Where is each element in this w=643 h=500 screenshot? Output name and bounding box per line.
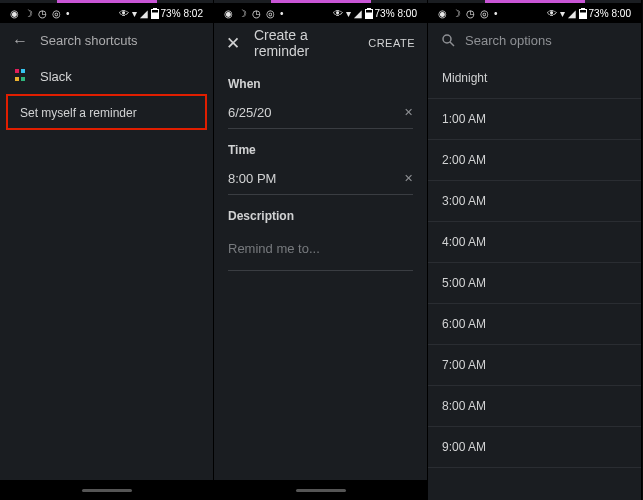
nav-bar [214,480,427,500]
screen-header: ✕ Create a reminder CREATE [214,23,427,63]
battery-icon [151,8,159,19]
signal-icon: ◢ [140,8,148,19]
svg-rect-2 [152,10,158,13]
clear-icon[interactable]: ✕ [404,172,413,185]
when-field[interactable]: 6/25/20 ✕ [228,105,413,129]
svg-rect-8 [580,10,586,13]
svg-point-9 [443,35,451,43]
time-option[interactable]: 4:00 AM [428,222,641,263]
svg-rect-4 [367,8,371,9]
battery-icon [365,8,373,19]
dot-icon: • [66,8,70,19]
battery-indicator: 73% [579,8,609,19]
battery-indicator: 73% [151,8,181,19]
search-input[interactable]: Search shortcuts [40,33,138,48]
create-button[interactable]: CREATE [368,37,415,49]
screen-shortcuts: ◉ ☽ ◷ ◎ • 👁 ▾ ◢ 73% 8:02 ← Search shortc… [0,0,214,500]
when-value: 6/25/20 [228,105,271,120]
shortcut-set-reminder[interactable]: Set myself a reminder [6,94,207,130]
time-option[interactable]: 6:00 AM [428,304,641,345]
time-value: 8:00 PM [228,171,276,186]
clear-icon[interactable]: ✕ [404,106,413,119]
circle-icon: ◎ [480,8,489,19]
screen-time-picker: ◉ ☽ ◷ ◎ • 👁 ▾ ◢ 73% 8:00 Search options … [428,0,642,500]
battery-pct: 73% [161,8,181,19]
clock-icon: ◷ [252,8,261,19]
status-bar: ◉ ☽ ◷ ◎ • 👁 ▾ ◢ 73% 8:00 [214,3,427,23]
moon-icon: ☽ [24,8,33,19]
description-input[interactable]: Remind me to... [228,237,413,271]
time-option[interactable]: 2:00 AM [428,140,641,181]
wifi-icon: ▾ [132,8,137,19]
search-bar[interactable]: Search options [428,23,641,58]
eye-icon: 👁 [547,8,557,19]
search-icon [442,34,455,47]
shortcut-label: Set myself a reminder [20,106,137,120]
battery-icon [579,8,587,19]
time-option[interactable]: 1:00 AM [428,99,641,140]
back-icon[interactable]: ← [12,32,28,50]
battery-pct: 73% [589,8,609,19]
app-header-slack: Slack [0,58,213,94]
time-option[interactable]: 8:00 AM [428,386,641,427]
dot-icon: • [280,8,284,19]
whatsapp-icon: ◉ [438,8,447,19]
reminder-form: When 6/25/20 ✕ Time 8:00 PM ✕ Descriptio… [214,63,427,271]
page-title: Create a reminder [254,27,354,59]
nav-pill[interactable] [82,489,132,492]
slack-label: Slack [40,69,72,84]
time-field[interactable]: 8:00 PM ✕ [228,171,413,195]
close-icon[interactable]: ✕ [226,33,240,54]
battery-indicator: 73% [365,8,395,19]
search-input[interactable]: Search options [465,33,552,48]
screen-create-reminder: ◉ ☽ ◷ ◎ • 👁 ▾ ◢ 73% 8:00 ✕ Create a remi… [214,0,428,500]
signal-icon: ◢ [568,8,576,19]
description-label: Description [228,209,413,223]
status-time: 8:00 [398,8,417,19]
wifi-icon: ▾ [560,8,565,19]
status-time: 8:00 [612,8,631,19]
status-bar: ◉ ☽ ◷ ◎ • 👁 ▾ ◢ 73% 8:00 [428,3,641,23]
battery-pct: 73% [375,8,395,19]
circle-icon: ◎ [52,8,61,19]
whatsapp-icon: ◉ [10,8,19,19]
svg-rect-7 [581,8,585,9]
time-option[interactable]: 3:00 AM [428,181,641,222]
status-time: 8:02 [184,8,203,19]
eye-icon: 👁 [333,8,343,19]
time-option[interactable]: 5:00 AM [428,263,641,304]
signal-icon: ◢ [354,8,362,19]
circle-icon: ◎ [266,8,275,19]
eye-icon: 👁 [119,8,129,19]
moon-icon: ☽ [452,8,461,19]
svg-line-10 [450,42,454,46]
time-option[interactable]: Midnight [428,58,641,99]
clock-icon: ◷ [38,8,47,19]
time-option[interactable]: 9:00 AM [428,427,641,468]
nav-pill[interactable] [296,489,346,492]
time-list[interactable]: Midnight 1:00 AM 2:00 AM 3:00 AM 4:00 AM… [428,58,641,500]
when-label: When [228,77,413,91]
time-label: Time [228,143,413,157]
whatsapp-icon: ◉ [224,8,233,19]
clock-icon: ◷ [466,8,475,19]
slack-icon [14,68,30,84]
svg-rect-5 [366,10,372,13]
time-option[interactable]: 7:00 AM [428,345,641,386]
svg-rect-1 [153,8,157,9]
moon-icon: ☽ [238,8,247,19]
nav-bar [0,480,213,500]
status-bar: ◉ ☽ ◷ ◎ • 👁 ▾ ◢ 73% 8:02 [0,3,213,23]
search-bar[interactable]: ← Search shortcuts [0,23,213,58]
wifi-icon: ▾ [346,8,351,19]
dot-icon: • [494,8,498,19]
